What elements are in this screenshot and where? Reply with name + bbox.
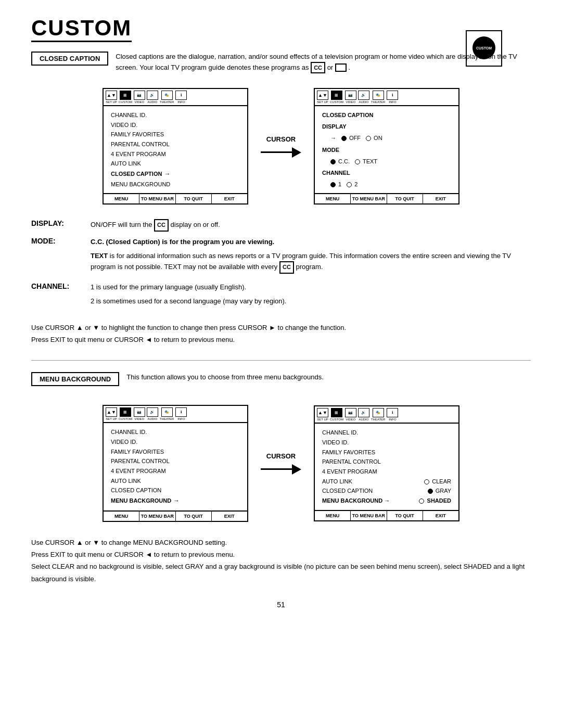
closed-caption-badge: CLOSED CAPTION: [31, 52, 108, 66]
mbr-footer-to-quit: TO QUIT: [387, 511, 423, 520]
cc-right-menu-header: ▲▼SET UP ▦CUSTOM 📷VIDEO 🔊AUDIO 🎭THEATER …: [315, 89, 458, 106]
cc-left-menu-header: ▲▼SET UP ▦CUSTOM 📷VIDEO 🔊AUDIO 🎭THEATER …: [104, 89, 247, 106]
info-icon-mb: ℹ: [175, 407, 187, 417]
footer-to-menu-bar-r: TO MENU BAR: [351, 194, 387, 203]
display-def-body: ON/OFF will turn the CC display on or of…: [91, 219, 531, 232]
cc-panel-title: CLOSED CAPTION: [322, 110, 451, 120]
mbr-menu-bg: MENU BACKGROUND →: [322, 496, 390, 506]
page-number: 51: [31, 601, 531, 609]
definitions-section: DISPLAY: ON/OFF will turn the CC display…: [31, 219, 531, 310]
channel-def-row: CHANNEL: 1 is used for the primary langu…: [31, 282, 531, 310]
arrow-line-2: [261, 468, 292, 470]
channel-2: 2: [347, 180, 357, 189]
cc-diagram-row: ▲▼SET UP ▦CUSTOM 📷VIDEO 🔊AUDIO 🎭THEATER …: [31, 88, 531, 205]
rect-symbol-intro: [335, 63, 347, 72]
menu-item-autolink: AUTO LINK: [111, 159, 240, 169]
mb-left-menu-body: CHANNEL ID. VIDEO ID. FAMILY FAVORITES P…: [104, 423, 247, 510]
custom-icon-mbr: ▦: [331, 408, 342, 417]
mode-def-row: MODE: C.C. (Closed Caption) is for the p…: [31, 237, 531, 277]
menu-item-menu-bg: MENU BACKGROUND: [111, 180, 240, 189]
mbr-cc: CLOSED CAPTION: [322, 486, 373, 496]
theater-icon-mbr: 🎭: [373, 408, 384, 417]
custom-icon-mb: ▦: [120, 407, 131, 417]
display-def-row: DISPLAY: ON/OFF will turn the CC display…: [31, 219, 531, 232]
display-on: ON: [366, 133, 382, 143]
menu-item-closed-caption: CLOSED CAPTION →: [111, 169, 240, 179]
mb-left-menu-footer: MENU TO MENU BAR TO QUIT EXIT: [104, 510, 247, 521]
cc-symbol-display: CC: [154, 219, 169, 232]
mode-label: MODE: [322, 147, 339, 153]
mb-family-fav: FAMILY FAVORITES: [111, 447, 240, 457]
footer-to-quit: TO QUIT: [176, 194, 212, 203]
logo-text: CUSTOM: [476, 46, 492, 50]
cursor-instr-mb-line3: Select CLEAR and no background is visibl…: [31, 560, 531, 585]
display-label: DISPLAY: [322, 123, 347, 130]
mbr-channel-id: CHANNEL ID.: [322, 428, 451, 438]
mbr-4event: 4 EVENT PROGRAM: [322, 467, 451, 477]
footer-to-quit-r: TO QUIT: [387, 194, 423, 203]
video-icon: 📷: [134, 91, 145, 100]
mode-def-label: MODE:: [31, 237, 78, 277]
cursor-instr-mb-line1: Use CURSOR ▲ or ▼ to change MENU BACKGRO…: [31, 537, 531, 548]
menu-item-4event: 4 EVENT PROGRAM: [111, 149, 240, 159]
cc-right-menu-footer: MENU TO MENU BAR TO QUIT EXIT: [315, 193, 458, 203]
info-icon-r: ℹ: [387, 91, 398, 100]
mb-parental: PARENTAL CONTROL: [111, 456, 240, 466]
theater-icon-mb: 🎭: [161, 407, 173, 417]
arrow-head-1: [292, 147, 301, 158]
mb-cc: CLOSED CAPTION: [111, 486, 240, 495]
menu-bg-badge: MENU BACKGROUND: [31, 372, 119, 386]
mb-left-menu-header: ▲▼SET UP ▦CUSTOM 📷VIDEO 🔊AUDIO 🎭THEATER …: [104, 406, 247, 423]
mode-cc-line: C.C. (Closed Caption) is for the program…: [91, 238, 274, 246]
setup-icon-mb: ▲▼: [106, 407, 117, 417]
mode-cc: C.C.: [330, 157, 350, 166]
mb-right-menu-header: ▲▼SET UP ▦CUSTOM 📷VIDEO 🔊AUDIO 🎭THEATER …: [315, 406, 458, 424]
cursor-instructions-mb: Use CURSOR ▲ or ▼ to change MENU BACKGRO…: [31, 537, 531, 585]
mbr-shaded-opt: SHADED: [419, 496, 451, 506]
section-divider: [31, 360, 531, 361]
logo-area: CUSTOM: [466, 30, 502, 67]
mode-option-row: C.C. TEXT: [330, 157, 451, 166]
footer-menu: MENU: [104, 194, 139, 203]
channel-option-row: 1 2: [330, 180, 451, 189]
mb-channel-id: CHANNEL ID.: [111, 427, 240, 437]
mb-video-id: VIDEO ID.: [111, 437, 240, 447]
mb-footer-exit: EXIT: [212, 512, 247, 521]
footer-exit-r: EXIT: [423, 194, 458, 203]
mode-text: TEXT: [355, 157, 377, 166]
cc-left-menu: ▲▼SET UP ▦CUSTOM 📷VIDEO 🔊AUDIO 🎭THEATER …: [103, 88, 248, 205]
arrow-head-2: [292, 464, 301, 475]
mb-menu-bg: MENU BACKGROUND →: [111, 495, 240, 506]
mode-def-body: C.C. (Closed Caption) is for the program…: [91, 237, 531, 277]
page-title: CUSTOM: [31, 16, 132, 42]
footer-menu-r: MENU: [315, 194, 351, 203]
mb-autolink: AUTO LINK: [111, 476, 240, 486]
channel-def-body: 1 is used for the primary language (usua…: [91, 282, 531, 310]
cc-left-menu-footer: MENU TO MENU BAR TO QUIT EXIT: [104, 193, 247, 203]
info-icon-mbr: ℹ: [387, 408, 398, 417]
mb-right-panel-body: CHANNEL ID. VIDEO ID. FAMILY FAVORITES P…: [315, 424, 458, 510]
mode-text-bold: TEXT: [91, 252, 108, 260]
mb-footer-menu: MENU: [104, 512, 139, 521]
menu-bg-intro: MENU BACKGROUND This function allows you…: [31, 372, 531, 390]
mbr-footer-exit: EXIT: [423, 511, 458, 520]
channel-label: CHANNEL: [322, 170, 350, 176]
cursor-arrow-2: [261, 464, 301, 475]
menu-item-video-id: VIDEO ID.: [111, 120, 240, 130]
menu-bg-intro-text: This function allows you to choose from …: [126, 372, 324, 382]
setup-icon-r: ▲▼: [317, 91, 328, 100]
mb-footer-to-quit: TO QUIT: [176, 512, 212, 521]
cursor-label-2: CURSOR: [266, 452, 296, 460]
video-icon-r: 📷: [345, 91, 356, 100]
mbr-clear-opt: CLEAR: [424, 477, 451, 487]
mb-right-menu: ▲▼SET UP ▦CUSTOM 📷VIDEO 🔊AUDIO 🎭THEATER …: [314, 405, 459, 521]
audio-icon-mbr: 🔊: [358, 408, 369, 417]
theater-icon: 🎭: [161, 91, 173, 100]
channel-1: 1: [330, 180, 341, 189]
cursor-instr-mb-line2: Press EXIT to quit menu or CURSOR ◄ to r…: [31, 548, 531, 560]
cc-symbol-intro: CC: [311, 62, 325, 74]
menu-item-parental: PARENTAL CONTROL: [111, 139, 240, 149]
theater-icon-r: 🎭: [373, 91, 384, 100]
cc-right-panel-body: CLOSED CAPTION DISPLAY → OFF ON MODE C.C…: [315, 106, 458, 193]
setup-icon-mbr: ▲▼: [317, 408, 328, 417]
